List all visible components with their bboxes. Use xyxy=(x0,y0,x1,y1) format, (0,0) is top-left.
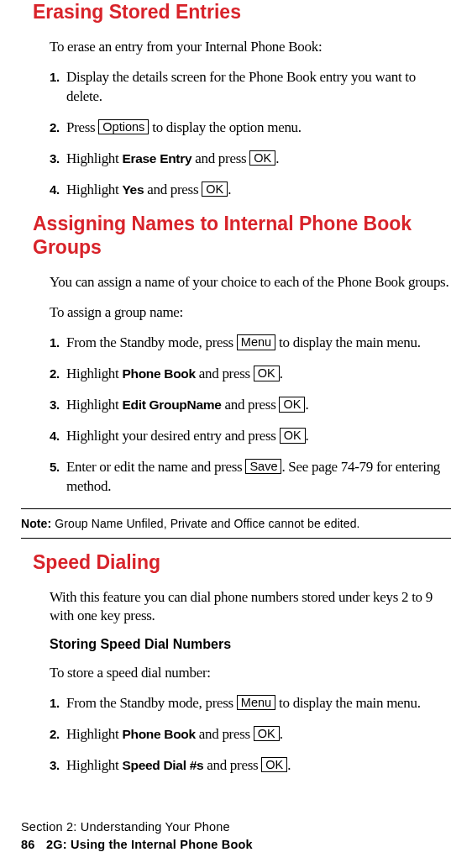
ok-key: OK xyxy=(202,181,228,197)
text: and press xyxy=(144,181,202,197)
step-number: 5. xyxy=(50,458,63,497)
step-text: Highlight Erase Entry and press OK. xyxy=(66,150,451,169)
text: to display the main menu. xyxy=(275,334,421,350)
text: and press xyxy=(196,726,254,742)
section-title-speed-dialing: Speed Dialing xyxy=(33,550,451,575)
footer-chapter: 862G: Using the Internal Phone Book xyxy=(21,836,253,853)
ok-key: OK xyxy=(261,757,287,773)
intro-groups-2: To assign a group name: xyxy=(50,303,451,322)
text: From the Standby mode, press xyxy=(66,695,237,711)
step-item: 2. Highlight Phone Book and press OK. xyxy=(50,365,451,384)
section-title-groups: Assigning Names to Internal Phone Book G… xyxy=(33,212,451,260)
text: Highlight xyxy=(66,150,122,166)
text: Highlight your desired entry and press xyxy=(66,428,280,444)
text: Highlight xyxy=(66,397,122,413)
text: Highlight xyxy=(66,181,122,197)
step-text: From the Standby mode, press Menu to dis… xyxy=(66,334,451,353)
step-item: 1. Display the details screen for the Ph… xyxy=(50,68,451,107)
step-item: 1. From the Standby mode, press Menu to … xyxy=(50,694,451,713)
step-number: 1. xyxy=(50,694,63,713)
step-text: From the Standby mode, press Menu to dis… xyxy=(66,694,451,713)
text: Highlight xyxy=(66,726,122,742)
intro-erasing: To erase an entry from your Internal Pho… xyxy=(50,38,451,56)
step-number: 3. xyxy=(50,150,63,169)
intro-groups-1: You can assign a name of your choice to … xyxy=(50,273,451,292)
step-item: 3. Highlight Erase Entry and press OK. xyxy=(50,150,451,169)
step-item: 3. Highlight Speed Dial #s and press OK. xyxy=(50,756,451,776)
menu-key: Menu xyxy=(237,695,275,711)
step-text: Press Options to display the option menu… xyxy=(66,118,451,138)
subhead-storing: Storing Speed Dial Numbers xyxy=(50,637,451,652)
step-item: 5. Enter or edit the name and press Save… xyxy=(50,458,451,497)
section-title-erasing: Erasing Stored Entries xyxy=(33,0,451,24)
step-number: 4. xyxy=(50,427,63,446)
intro-speed-dialing: With this feature you can dial phone num… xyxy=(50,588,451,625)
text: to display the option menu. xyxy=(149,119,301,135)
menu-key: Menu xyxy=(237,334,275,350)
note-text: Group Name Unfiled, Private and Office c… xyxy=(51,517,359,530)
text: From the Standby mode, press xyxy=(66,334,237,350)
step-text: Highlight Phone Book and press OK. xyxy=(66,725,451,744)
text: . xyxy=(280,366,283,381)
step-number: 3. xyxy=(50,756,63,776)
ok-key: OK xyxy=(254,726,280,742)
bold-text: Speed Dial #s xyxy=(122,758,203,772)
step-text: Highlight your desired entry and press O… xyxy=(66,427,451,446)
text: to display the main menu. xyxy=(275,695,421,711)
intro-storing: To store a speed dial number: xyxy=(50,664,451,682)
step-item: 2. Highlight Phone Book and press OK. xyxy=(50,725,451,744)
text: Highlight xyxy=(66,757,122,773)
step-text: Enter or edit the name and press Save. S… xyxy=(66,458,451,497)
step-number: 2. xyxy=(50,725,63,744)
text: . xyxy=(228,181,231,197)
text: . xyxy=(280,726,283,742)
text: and press xyxy=(203,757,261,773)
step-number: 1. xyxy=(50,334,63,353)
text: . xyxy=(306,428,309,444)
step-item: 3. Highlight Edit GroupName and press OK… xyxy=(50,396,451,415)
footer-section-path: Section 2: Understanding Your Phone xyxy=(21,818,253,835)
text: Enter or edit the name and press xyxy=(66,459,245,475)
step-text: Highlight Yes and press OK. xyxy=(66,181,451,200)
options-key: Options xyxy=(98,119,149,135)
step-number: 3. xyxy=(50,396,63,415)
page-footer: Section 2: Understanding Your Phone 862G… xyxy=(21,818,253,853)
step-item: 4. Highlight your desired entry and pres… xyxy=(50,427,451,446)
ok-key: OK xyxy=(249,150,275,166)
text: and press xyxy=(222,397,280,413)
ok-key: OK xyxy=(279,397,305,413)
note-block: Note: Group Name Unfiled, Private and Of… xyxy=(21,508,451,539)
step-text: Highlight Edit GroupName and press OK. xyxy=(66,396,451,415)
text: . xyxy=(287,757,291,773)
ok-key: OK xyxy=(254,366,280,381)
text: Highlight xyxy=(66,366,122,381)
text: . xyxy=(305,397,308,413)
step-number: 2. xyxy=(50,118,63,138)
step-text: Highlight Speed Dial #s and press OK. xyxy=(66,756,451,776)
step-number: 2. xyxy=(50,365,63,384)
step-item: 1. From the Standby mode, press Menu to … xyxy=(50,334,451,353)
step-text: Highlight Phone Book and press OK. xyxy=(66,365,451,384)
step-item: 4. Highlight Yes and press OK. xyxy=(50,181,451,200)
ok-key: OK xyxy=(280,428,306,444)
text: and press xyxy=(191,150,249,166)
footer-chapter-title: 2G: Using the Internal Phone Book xyxy=(46,838,253,851)
step-item: 2. Press Options to display the option m… xyxy=(50,118,451,138)
page-number: 86 xyxy=(21,836,46,853)
bold-text: Yes xyxy=(122,182,144,197)
text: . xyxy=(275,150,279,166)
step-number: 4. xyxy=(50,181,63,200)
note-label: Note: xyxy=(21,517,51,530)
text: and press xyxy=(196,366,254,381)
bold-text: Phone Book xyxy=(122,366,195,381)
text: Press xyxy=(66,119,98,135)
step-number: 1. xyxy=(50,68,63,107)
step-text: Display the details screen for the Phone… xyxy=(66,68,451,107)
bold-text: Erase Entry xyxy=(122,151,191,166)
bold-text: Phone Book xyxy=(122,727,195,741)
bold-text: Edit GroupName xyxy=(122,397,221,412)
save-key: Save xyxy=(245,459,281,475)
